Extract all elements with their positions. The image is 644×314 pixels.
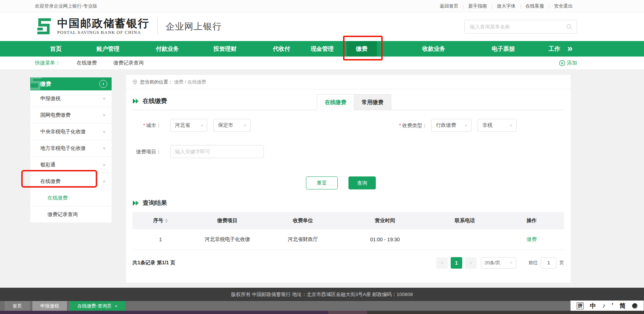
- pay-link[interactable]: 缴费: [527, 236, 537, 242]
- breadcrumb-prefix: 您当前的位置：: [140, 79, 173, 85]
- sort-icon[interactable]: [165, 219, 168, 223]
- fee-subtype-select[interactable]: 非税: [478, 119, 517, 132]
- table-row: 1 河北非税电子化收缴 河北省财政厅 01:00 - 19:30 缴费: [132, 229, 564, 250]
- menu-search-box: [464, 20, 577, 33]
- chevron-down-icon: [464, 123, 468, 128]
- sidebar-item-local-nontax[interactable]: 地方非税电子化收缴: [30, 140, 112, 157]
- task-tab-online-payment-query[interactable]: 在线缴费-查询页: [69, 301, 125, 311]
- ime-simplified-icon[interactable]: 简: [620, 302, 626, 310]
- chevron-down-icon: [200, 123, 203, 128]
- sidebar-item-yincaitong[interactable]: 银彩通: [30, 157, 112, 173]
- project-keyword-input[interactable]: [170, 145, 264, 158]
- psbc-logo-icon: [34, 17, 53, 36]
- top-links: 返回首页| 新手指南| 放大字体| 在线客服| 安全退出: [435, 0, 577, 12]
- ime-chinese-mode-icon[interactable]: 中: [590, 302, 596, 310]
- pagination-controls: 1 20条/页 前往 页: [433, 257, 564, 269]
- ime-pinyin-icon[interactable]: 拼: [577, 302, 584, 309]
- task-tab-tax-payment[interactable]: 申报缴税: [32, 301, 67, 311]
- ime-moon-icon[interactable]: ♪: [602, 302, 605, 309]
- column-action: 操作: [499, 212, 564, 229]
- nav-item-home[interactable]: 首页: [50, 41, 62, 57]
- chevron-down-icon: [102, 96, 106, 101]
- goto-label: 前往: [528, 260, 538, 266]
- nav-item-e-bills[interactable]: 电子票据: [492, 41, 515, 57]
- psbc-logo-watermark-icon: [30, 77, 43, 90]
- link-home[interactable]: 返回首页: [435, 3, 463, 9]
- page-number-button[interactable]: 1: [451, 257, 462, 269]
- fee-type-select[interactable]: 行政缴费: [431, 119, 472, 132]
- column-agency: 收费单位: [266, 212, 340, 229]
- nav-item-fee-payment[interactable]: 缴费: [347, 41, 377, 57]
- goto-page: 前往 页: [528, 257, 564, 269]
- prev-page-button[interactable]: [436, 257, 448, 269]
- province-select[interactable]: 河北省: [170, 119, 207, 132]
- goto-page-input[interactable]: [541, 257, 557, 269]
- bank-name-en: POSTAL SAVINGS BANK OF CHINA: [57, 30, 149, 35]
- project-label: 缴费项目：: [127, 145, 161, 158]
- nav-item-collection-payment[interactable]: 代收付: [273, 41, 290, 57]
- page-size-select[interactable]: 20条/页: [481, 257, 516, 269]
- chevron-down-icon: [102, 129, 106, 134]
- link-font-size[interactable]: 放大字体: [492, 3, 520, 9]
- column-phone: 联系电话: [430, 212, 499, 229]
- search-icon[interactable]: [566, 24, 572, 30]
- quick-menu-online-payment[interactable]: 在线缴费: [77, 60, 97, 66]
- table-header-row: 序号 缴费项目 收费单位 营业时间 联系电话 操作: [132, 212, 564, 229]
- bank-names: 中国邮政储蓄银行 POSTAL SAVINGS BANK OF CHINA: [57, 18, 149, 35]
- nav-item-accounts[interactable]: 账户管理: [96, 41, 120, 57]
- main-nav: 首页 账户管理 付款业务 投资理财 代收付 现金管理 缴费 收款业务 电子票据 …: [0, 41, 644, 57]
- breadcrumb: 您当前的位置： 缴费 / 在线缴费: [126, 75, 571, 89]
- record-summary: 共1条记录 第1/1 页: [132, 260, 175, 266]
- nav-item-receivables[interactable]: 收款业务: [422, 41, 445, 57]
- column-seq[interactable]: 序号: [132, 212, 189, 229]
- link-customer-service[interactable]: 在线客服: [521, 3, 549, 9]
- sidebar-collapse-icon[interactable]: [99, 80, 107, 88]
- breadcrumb-path[interactable]: 缴费 / 在线缴费: [174, 79, 206, 85]
- main-area: 缴费 申报缴税 国网电费缴费 中央非税电子化收缴 地方非税电子化收缴 银彩通: [0, 70, 644, 288]
- query-button[interactable]: 查询: [348, 176, 376, 189]
- nav-item-cash-management[interactable]: 现金管理: [311, 41, 334, 57]
- nav-item-workbench[interactable]: 工作: [549, 41, 560, 57]
- bank-logo: 中国邮政储蓄银行 POSTAL SAVINGS BANK OF CHINA 企业…: [34, 17, 222, 36]
- double-chevron-right-icon[interactable]: [567, 41, 571, 57]
- quick-menu-label: 快捷菜单：: [35, 60, 60, 66]
- sidebar-subitem-online-payment[interactable]: 在线缴费: [30, 190, 112, 206]
- top-bar: 欢迎登录企业网上银行-专业版 返回首页| 新手指南| 放大字体| 在线客服| 安…: [0, 0, 644, 12]
- footer: 版权所有 中国邮政储蓄银行 地址：北京市西城区金融大街3号A座 邮政编码：100…: [0, 288, 644, 301]
- chevron-down-icon: [102, 112, 106, 118]
- task-tab-home[interactable]: 首页: [5, 301, 30, 311]
- tab-frequent-payment[interactable]: 常用缴费: [354, 94, 391, 110]
- welcome-text: 欢迎登录企业网上银行-专业版: [35, 3, 97, 9]
- add-quick-menu-button[interactable]: 添加: [559, 60, 577, 66]
- os-taskbar-strip: [0, 311, 644, 314]
- sidebar-title: 缴费: [30, 77, 112, 90]
- reset-button[interactable]: 重置: [306, 176, 338, 189]
- ime-punctuation-icon[interactable]: ’: [612, 302, 613, 309]
- nav-item-payments[interactable]: 付款业务: [156, 41, 179, 57]
- link-logout[interactable]: 安全退出: [550, 3, 577, 9]
- nav-item-investment[interactable]: 投资理财: [213, 41, 237, 57]
- quick-menu-bar: 快捷菜单： 在线缴费 缴费记录查询 添加: [0, 57, 644, 70]
- query-form: 城市： 河北省 保定市 收费类型： 行政缴费 非税: [126, 110, 571, 197]
- quick-menu-payment-records[interactable]: 缴费记录查询: [113, 60, 144, 66]
- tab-online-payment[interactable]: 在线缴费: [317, 94, 354, 110]
- ime-toolbar[interactable]: 拼 中 ♪ ’ 简: [570, 300, 644, 311]
- sidebar-item-central-nontax[interactable]: 中央非税电子化收缴: [30, 124, 112, 140]
- sidebar-item-tax-payment[interactable]: 申报缴税: [30, 90, 112, 107]
- tab-group: 在线缴费 常用缴费: [317, 94, 391, 110]
- link-guide[interactable]: 新手指南: [464, 3, 491, 9]
- results-table: 序号 缴费项目 收费单位 营业时间 联系电话 操作 1 河北非税电子化收缴 河北…: [132, 212, 564, 250]
- city-select[interactable]: 保定市: [213, 119, 251, 132]
- sidebar-subitem-payment-records[interactable]: 缴费记录查询: [30, 206, 112, 223]
- close-icon[interactable]: [115, 304, 117, 308]
- cell-phone: [430, 229, 499, 250]
- plus-circle-icon: [559, 60, 565, 66]
- cell-agency: 河北省财政厅: [266, 229, 340, 250]
- sidebar-item-state-grid-electricity[interactable]: 国网电费缴费: [30, 107, 112, 124]
- column-project: 缴费项目: [189, 212, 266, 229]
- sidebar-item-online-payment[interactable]: 在线缴费: [30, 173, 112, 190]
- sidebar: 缴费 申报缴税 国网电费缴费 中央非税电子化收缴 地方非税电子化收缴 银彩通: [30, 77, 112, 223]
- next-page-button[interactable]: [465, 257, 477, 269]
- search-input[interactable]: [470, 24, 566, 30]
- ime-logo-icon[interactable]: [632, 303, 638, 309]
